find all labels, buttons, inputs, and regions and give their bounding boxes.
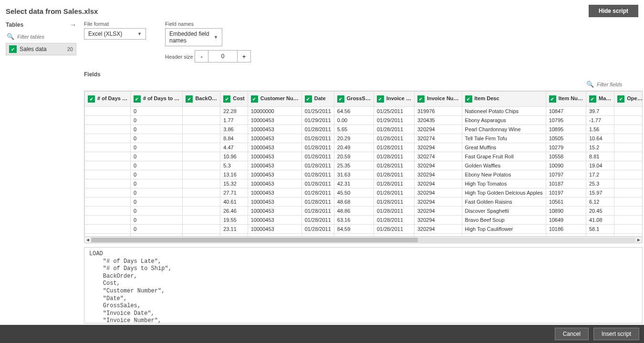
table-cell: 01/28/2011 <box>374 207 414 216</box>
column-header[interactable]: ✔Item Desc <box>462 92 546 107</box>
check-icon[interactable]: ✔ <box>223 95 230 103</box>
table-row[interactable]: 010.961000045301/28/201120.5901/28/20113… <box>85 152 643 161</box>
check-icon[interactable]: ✔ <box>88 95 95 103</box>
table-cell: 01/29/2011 <box>374 116 414 125</box>
check-icon[interactable]: ✔ <box>589 95 596 103</box>
table-cell: 10090 <box>546 161 586 170</box>
table-row[interactable]: 05.31000045301/28/201125.3501/28/2011320… <box>85 161 643 170</box>
filter-tables-input[interactable] <box>17 34 65 40</box>
table-cell <box>85 125 131 134</box>
check-icon[interactable]: ✔ <box>549 95 556 103</box>
column-header[interactable]: ✔Date <box>301 92 334 107</box>
table-cell <box>183 170 220 179</box>
column-header[interactable]: ✔Ma… <box>586 92 614 107</box>
check-icon[interactable]: ✔ <box>337 95 344 103</box>
filter-fields-input[interactable] <box>597 82 635 87</box>
chevron-down-icon: ▼ <box>214 35 218 40</box>
scroll-right-icon[interactable]: ► <box>635 237 642 242</box>
check-icon[interactable]: ✔ <box>251 95 258 103</box>
table-row[interactable]: 023.111000045301/28/201184.5901/28/20113… <box>85 225 643 234</box>
table-cell: 6.12 <box>586 197 614 207</box>
table-cell: 320294 <box>414 161 462 170</box>
column-header[interactable]: ✔GrossS… <box>334 92 374 107</box>
table-cell: 45.50 <box>334 188 374 197</box>
table-row[interactable]: 015.321000045301/28/201142.3101/28/20113… <box>85 179 643 188</box>
check-icon[interactable]: ✔ <box>377 95 384 103</box>
table-cell: 42.31 <box>334 179 374 188</box>
table-cell <box>614 197 642 207</box>
table-row[interactable]: 04.471000045301/28/201120.4901/28/201132… <box>85 143 643 152</box>
table-cell: 320294 <box>414 188 462 197</box>
check-icon[interactable]: ✔ <box>305 95 312 103</box>
table-cell: 3.86 <box>220 125 248 134</box>
table-row[interactable]: 026.461000045301/28/201148.8601/28/20113… <box>85 207 643 216</box>
table-row[interactable]: 019.551000045301/28/201163.1601/28/20113… <box>85 216 643 225</box>
tables-label: Tables <box>6 21 23 28</box>
table-scroll[interactable]: ✔# of Days …✔# of Days to …✔BackO…✔Cost✔… <box>84 91 642 236</box>
script-editor[interactable]: LOAD "# of Days Late", "# of Days to Shi… <box>84 247 643 323</box>
table-cell: 01/28/2011 <box>301 216 334 225</box>
column-label: Invoice Nu… <box>427 95 459 101</box>
field-names-select[interactable]: Embedded field names ▼ <box>165 28 222 46</box>
table-cell: 26.46 <box>220 207 248 216</box>
stepper-plus-button[interactable]: + <box>237 51 250 62</box>
column-header[interactable]: ✔BackO… <box>183 92 220 107</box>
table-row[interactable]: 01.771000045301/29/20110.0001/29/2011320… <box>85 116 643 125</box>
table-cell: 01/28/2011 <box>374 152 414 161</box>
column-label: Customer Nu… <box>260 95 299 101</box>
column-label: GrossS… <box>347 95 371 101</box>
table-cell: 10000453 <box>248 134 301 143</box>
table-cell: 20.59 <box>334 152 374 161</box>
insert-script-button[interactable]: Insert script <box>593 328 639 340</box>
column-header[interactable]: ✔# of Days … <box>85 92 131 107</box>
check-icon[interactable]: ✔ <box>465 95 472 103</box>
table-cell: 320294 <box>414 170 462 179</box>
table-cell <box>183 134 220 143</box>
table-cell: 320294 <box>414 207 462 216</box>
column-header[interactable]: ✔Item Nu… <box>546 92 586 107</box>
check-icon[interactable]: ✔ <box>134 95 141 103</box>
table-cell: 0 <box>130 225 182 234</box>
check-icon[interactable]: ✔ <box>186 95 193 103</box>
table-cell: 23.11 <box>220 225 248 234</box>
column-header[interactable]: ✔Ope… <box>614 92 642 107</box>
column-header[interactable]: ✔Customer Nu… <box>248 92 301 107</box>
table-cell: 10000453 <box>248 197 301 207</box>
table-cell: 320294 <box>414 216 462 225</box>
column-header[interactable]: ✔Invoice … <box>374 92 414 107</box>
table-cell: 0 <box>130 161 182 170</box>
check-icon[interactable]: ✔ <box>617 95 624 103</box>
table-cell: 10187 <box>546 179 586 188</box>
hide-script-button[interactable]: Hide script <box>589 5 638 17</box>
table-cell <box>614 152 642 161</box>
table-cell: 10000453 <box>248 170 301 179</box>
column-header[interactable]: ✔# of Days to … <box>130 92 182 107</box>
footer: Cancel Insert script <box>0 325 644 343</box>
table-row[interactable]: 03.861000045301/28/20115.6501/28/2011320… <box>85 125 643 134</box>
table-row[interactable]: 022.281000000001/25/201164.5601/25/20113… <box>85 107 643 116</box>
column-header[interactable]: ✔Cost <box>220 92 248 107</box>
table-item-sales-data[interactable]: ✔ Sales data 20 <box>6 43 76 55</box>
table-row[interactable]: 08.841000045301/28/201120.2901/28/201132… <box>85 134 643 143</box>
table-row[interactable]: 027.711000045301/28/201145.5001/28/20113… <box>85 188 643 197</box>
check-icon[interactable]: ✔ <box>417 95 425 103</box>
table-cell: 84.59 <box>334 225 374 234</box>
table-cell: 01/28/2011 <box>301 143 334 152</box>
table-cell: 0 <box>130 116 182 125</box>
file-format-select[interactable]: Excel (XLSX) ▼ <box>84 28 146 40</box>
table-cell <box>183 225 220 234</box>
column-header[interactable]: ✔Invoice Nu… <box>414 92 462 107</box>
table-cell: 10890 <box>546 207 586 216</box>
table-cell <box>85 107 131 116</box>
table-cell: 0 <box>130 197 182 207</box>
horizontal-scrollbar[interactable]: ◄ ► <box>84 236 642 243</box>
table-cell: 01/28/2011 <box>374 225 414 234</box>
scroll-left-icon[interactable]: ◄ <box>84 237 91 242</box>
page-title: Select data from Sales.xlsx <box>6 7 98 15</box>
cancel-button[interactable]: Cancel <box>555 328 589 340</box>
table-row[interactable]: 040.611000045301/28/201148.6801/28/20113… <box>85 197 643 207</box>
table-row[interactable]: 013.161000045301/28/201131.6301/28/20113… <box>85 170 643 179</box>
table-cell: 19.55 <box>220 216 248 225</box>
table-cell: 01/28/2011 <box>374 161 414 170</box>
stepper-minus-button[interactable]: - <box>195 51 208 62</box>
